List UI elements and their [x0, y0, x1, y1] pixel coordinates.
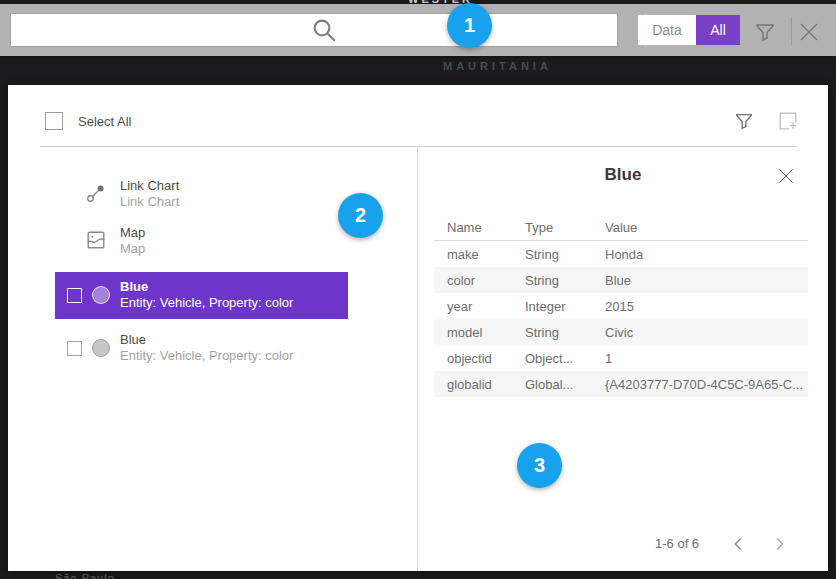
- table-row: globalid Global... {A4203777-D70D-4C5C-9…: [434, 371, 808, 397]
- panel-divider: [417, 146, 418, 571]
- pagination-next-icon[interactable]: [768, 533, 790, 555]
- results-filter-icon[interactable]: [733, 110, 755, 132]
- cell-value: Honda: [605, 247, 808, 262]
- cell-type: Global...: [525, 377, 605, 392]
- table-header-row: Name Type Value: [434, 215, 808, 241]
- map-label-mauritania: MAURITANIA: [443, 60, 552, 72]
- cell-value: 2015: [605, 299, 808, 314]
- cell-name: year: [434, 299, 525, 314]
- cell-name: make: [434, 247, 525, 262]
- callout-badge-1: 1: [447, 3, 492, 48]
- list-item-subtitle: Link Chart: [120, 194, 179, 210]
- close-search-icon[interactable]: [797, 20, 821, 44]
- toolbar-divider: [791, 17, 792, 45]
- map-label-sao-paulo: São Paulo: [55, 572, 115, 579]
- search-toolbar: Data All: [0, 4, 836, 56]
- list-item-title: Blue: [120, 279, 293, 295]
- list-item-title: Map: [120, 225, 145, 241]
- cell-name: globalid: [434, 377, 525, 392]
- cell-name: objectid: [434, 351, 525, 366]
- pagination-label: 1-6 of 6: [655, 536, 699, 551]
- detail-close-icon[interactable]: [776, 166, 796, 186]
- callout-badge-2: 2: [338, 193, 383, 238]
- cell-value: Blue: [605, 273, 808, 288]
- select-all-label: Select All: [78, 114, 131, 129]
- search-results-dialog: Select All Link Chart L: [8, 85, 828, 571]
- item-checkbox[interactable]: [67, 341, 82, 356]
- header-divider: [40, 146, 797, 147]
- table-row: year Integer 2015: [434, 293, 808, 319]
- app-screen: WESTER MAURITANIA São Paulo Data All: [0, 0, 836, 579]
- scope-data-button[interactable]: Data: [638, 15, 696, 45]
- cell-type: Object...: [525, 351, 605, 366]
- cell-value: 1: [605, 351, 808, 366]
- col-header-name: Name: [434, 220, 525, 235]
- table-row: color String Blue: [434, 267, 808, 293]
- cell-value: {A4203777-D70D-4C5C-9A65-C...: [605, 377, 808, 392]
- search-icon: [21, 14, 627, 46]
- callout-badge-3: 3: [517, 443, 562, 488]
- entity-circle-icon: [92, 286, 110, 304]
- list-item-blue-selected[interactable]: Blue Entity: Vehicle, Property: color: [55, 272, 348, 319]
- item-checkbox[interactable]: [67, 288, 82, 303]
- attribute-table: Name Type Value make String Honda color …: [434, 215, 808, 397]
- cell-type: Integer: [525, 299, 605, 314]
- table-row: model String Civic: [434, 319, 808, 345]
- list-item-subtitle: Entity: Vehicle, Property: color: [120, 295, 293, 311]
- link-chart-icon: [85, 182, 107, 204]
- col-header-value: Value: [605, 220, 808, 235]
- list-item-title: Link Chart: [120, 178, 179, 194]
- cell-type: String: [525, 247, 605, 262]
- col-header-type: Type: [525, 220, 605, 235]
- cell-name: color: [434, 273, 525, 288]
- list-item-title: Blue: [120, 332, 293, 348]
- list-item-blue[interactable]: Blue Entity: Vehicle, Property: color: [55, 325, 348, 372]
- detail-title: Blue: [418, 165, 828, 185]
- filter-icon[interactable]: [753, 20, 777, 44]
- table-row: make String Honda: [434, 241, 808, 267]
- select-all-checkbox[interactable]: [45, 112, 63, 130]
- cell-type: String: [525, 325, 605, 340]
- pagination-prev-icon[interactable]: [728, 533, 750, 555]
- scope-toggle: Data All: [638, 15, 740, 45]
- cell-type: String: [525, 273, 605, 288]
- table-row: objectid Object... 1: [434, 345, 808, 371]
- list-item-subtitle: Map: [120, 241, 145, 257]
- scope-all-button[interactable]: All: [696, 15, 740, 45]
- entity-circle-icon: [92, 339, 110, 357]
- cell-name: model: [434, 325, 525, 340]
- list-item-subtitle: Entity: Vehicle, Property: color: [120, 348, 293, 364]
- map-icon: [85, 229, 107, 251]
- search-box[interactable]: [10, 13, 618, 47]
- cell-value: Civic: [605, 325, 808, 340]
- add-to-selection-icon[interactable]: [777, 110, 799, 132]
